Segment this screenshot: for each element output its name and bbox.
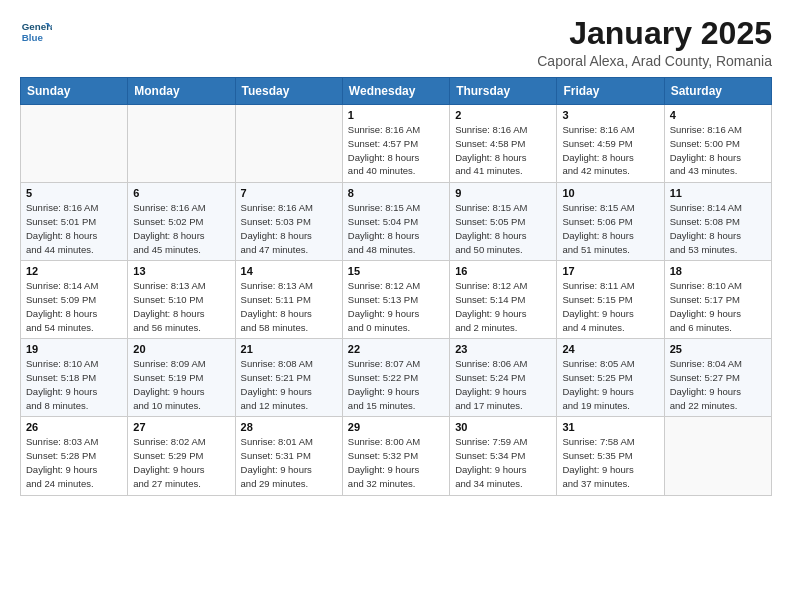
day-number: 13 — [133, 265, 229, 277]
calendar-cell: 29Sunrise: 8:00 AM Sunset: 5:32 PM Dayli… — [342, 417, 449, 495]
weekday-header-row: SundayMondayTuesdayWednesdayThursdayFrid… — [21, 78, 772, 105]
day-info: Sunrise: 8:10 AM Sunset: 5:18 PM Dayligh… — [26, 357, 122, 412]
day-number: 15 — [348, 265, 444, 277]
day-info: Sunrise: 8:07 AM Sunset: 5:22 PM Dayligh… — [348, 357, 444, 412]
day-number: 20 — [133, 343, 229, 355]
calendar-week-row: 1Sunrise: 8:16 AM Sunset: 4:57 PM Daylig… — [21, 105, 772, 183]
calendar-week-row: 5Sunrise: 8:16 AM Sunset: 5:01 PM Daylig… — [21, 183, 772, 261]
day-info: Sunrise: 8:11 AM Sunset: 5:15 PM Dayligh… — [562, 279, 658, 334]
calendar-cell: 25Sunrise: 8:04 AM Sunset: 5:27 PM Dayli… — [664, 339, 771, 417]
day-info: Sunrise: 8:14 AM Sunset: 5:08 PM Dayligh… — [670, 201, 766, 256]
weekday-header-wednesday: Wednesday — [342, 78, 449, 105]
day-info: Sunrise: 8:12 AM Sunset: 5:14 PM Dayligh… — [455, 279, 551, 334]
day-info: Sunrise: 8:15 AM Sunset: 5:05 PM Dayligh… — [455, 201, 551, 256]
day-number: 31 — [562, 421, 658, 433]
day-number: 2 — [455, 109, 551, 121]
location-subtitle: Caporal Alexa, Arad County, Romania — [537, 53, 772, 69]
day-number: 11 — [670, 187, 766, 199]
day-number: 29 — [348, 421, 444, 433]
calendar-cell: 8Sunrise: 8:15 AM Sunset: 5:04 PM Daylig… — [342, 183, 449, 261]
day-number: 12 — [26, 265, 122, 277]
svg-text:General: General — [22, 21, 52, 32]
day-info: Sunrise: 8:16 AM Sunset: 5:02 PM Dayligh… — [133, 201, 229, 256]
day-number: 27 — [133, 421, 229, 433]
day-info: Sunrise: 8:08 AM Sunset: 5:21 PM Dayligh… — [241, 357, 337, 412]
calendar-cell: 15Sunrise: 8:12 AM Sunset: 5:13 PM Dayli… — [342, 261, 449, 339]
day-number: 22 — [348, 343, 444, 355]
day-number: 7 — [241, 187, 337, 199]
day-info: Sunrise: 8:05 AM Sunset: 5:25 PM Dayligh… — [562, 357, 658, 412]
calendar-week-row: 12Sunrise: 8:14 AM Sunset: 5:09 PM Dayli… — [21, 261, 772, 339]
day-number: 23 — [455, 343, 551, 355]
calendar-cell: 4Sunrise: 8:16 AM Sunset: 5:00 PM Daylig… — [664, 105, 771, 183]
day-info: Sunrise: 8:16 AM Sunset: 4:57 PM Dayligh… — [348, 123, 444, 178]
calendar-cell: 5Sunrise: 8:16 AM Sunset: 5:01 PM Daylig… — [21, 183, 128, 261]
weekday-header-monday: Monday — [128, 78, 235, 105]
day-number: 1 — [348, 109, 444, 121]
day-info: Sunrise: 7:59 AM Sunset: 5:34 PM Dayligh… — [455, 435, 551, 490]
day-info: Sunrise: 8:12 AM Sunset: 5:13 PM Dayligh… — [348, 279, 444, 334]
day-info: Sunrise: 8:14 AM Sunset: 5:09 PM Dayligh… — [26, 279, 122, 334]
calendar-cell: 28Sunrise: 8:01 AM Sunset: 5:31 PM Dayli… — [235, 417, 342, 495]
calendar-cell — [664, 417, 771, 495]
day-info: Sunrise: 8:13 AM Sunset: 5:11 PM Dayligh… — [241, 279, 337, 334]
calendar-table: SundayMondayTuesdayWednesdayThursdayFrid… — [20, 77, 772, 495]
day-number: 5 — [26, 187, 122, 199]
calendar-cell: 7Sunrise: 8:16 AM Sunset: 5:03 PM Daylig… — [235, 183, 342, 261]
day-number: 9 — [455, 187, 551, 199]
calendar-cell: 23Sunrise: 8:06 AM Sunset: 5:24 PM Dayli… — [450, 339, 557, 417]
day-number: 17 — [562, 265, 658, 277]
day-info: Sunrise: 8:02 AM Sunset: 5:29 PM Dayligh… — [133, 435, 229, 490]
calendar-cell: 31Sunrise: 7:58 AM Sunset: 5:35 PM Dayli… — [557, 417, 664, 495]
calendar-cell — [128, 105, 235, 183]
title-block: January 2025 Caporal Alexa, Arad County,… — [537, 16, 772, 69]
day-number: 6 — [133, 187, 229, 199]
calendar-cell: 30Sunrise: 7:59 AM Sunset: 5:34 PM Dayli… — [450, 417, 557, 495]
day-info: Sunrise: 8:16 AM Sunset: 4:59 PM Dayligh… — [562, 123, 658, 178]
month-title: January 2025 — [537, 16, 772, 51]
day-number: 25 — [670, 343, 766, 355]
weekday-header-friday: Friday — [557, 78, 664, 105]
weekday-header-thursday: Thursday — [450, 78, 557, 105]
day-info: Sunrise: 8:09 AM Sunset: 5:19 PM Dayligh… — [133, 357, 229, 412]
calendar-cell: 11Sunrise: 8:14 AM Sunset: 5:08 PM Dayli… — [664, 183, 771, 261]
day-info: Sunrise: 8:03 AM Sunset: 5:28 PM Dayligh… — [26, 435, 122, 490]
day-number: 3 — [562, 109, 658, 121]
day-info: Sunrise: 8:16 AM Sunset: 4:58 PM Dayligh… — [455, 123, 551, 178]
calendar-cell: 10Sunrise: 8:15 AM Sunset: 5:06 PM Dayli… — [557, 183, 664, 261]
day-info: Sunrise: 8:06 AM Sunset: 5:24 PM Dayligh… — [455, 357, 551, 412]
calendar-cell: 6Sunrise: 8:16 AM Sunset: 5:02 PM Daylig… — [128, 183, 235, 261]
day-info: Sunrise: 8:15 AM Sunset: 5:06 PM Dayligh… — [562, 201, 658, 256]
calendar-cell — [235, 105, 342, 183]
calendar-cell: 17Sunrise: 8:11 AM Sunset: 5:15 PM Dayli… — [557, 261, 664, 339]
day-number: 24 — [562, 343, 658, 355]
page-header: General Blue January 2025 Caporal Alexa,… — [20, 16, 772, 69]
calendar-cell: 24Sunrise: 8:05 AM Sunset: 5:25 PM Dayli… — [557, 339, 664, 417]
calendar-cell: 3Sunrise: 8:16 AM Sunset: 4:59 PM Daylig… — [557, 105, 664, 183]
calendar-cell: 2Sunrise: 8:16 AM Sunset: 4:58 PM Daylig… — [450, 105, 557, 183]
day-info: Sunrise: 8:10 AM Sunset: 5:17 PM Dayligh… — [670, 279, 766, 334]
calendar-cell: 21Sunrise: 8:08 AM Sunset: 5:21 PM Dayli… — [235, 339, 342, 417]
calendar-cell: 12Sunrise: 8:14 AM Sunset: 5:09 PM Dayli… — [21, 261, 128, 339]
day-number: 10 — [562, 187, 658, 199]
weekday-header-sunday: Sunday — [21, 78, 128, 105]
day-info: Sunrise: 8:16 AM Sunset: 5:00 PM Dayligh… — [670, 123, 766, 178]
weekday-header-saturday: Saturday — [664, 78, 771, 105]
logo: General Blue — [20, 16, 52, 48]
svg-text:Blue: Blue — [22, 32, 44, 43]
day-info: Sunrise: 8:04 AM Sunset: 5:27 PM Dayligh… — [670, 357, 766, 412]
calendar-cell: 16Sunrise: 8:12 AM Sunset: 5:14 PM Dayli… — [450, 261, 557, 339]
calendar-cell: 20Sunrise: 8:09 AM Sunset: 5:19 PM Dayli… — [128, 339, 235, 417]
day-number: 8 — [348, 187, 444, 199]
calendar-cell — [21, 105, 128, 183]
day-info: Sunrise: 8:15 AM Sunset: 5:04 PM Dayligh… — [348, 201, 444, 256]
day-number: 4 — [670, 109, 766, 121]
day-number: 19 — [26, 343, 122, 355]
calendar-cell: 13Sunrise: 8:13 AM Sunset: 5:10 PM Dayli… — [128, 261, 235, 339]
day-number: 14 — [241, 265, 337, 277]
day-info: Sunrise: 8:16 AM Sunset: 5:01 PM Dayligh… — [26, 201, 122, 256]
calendar-cell: 9Sunrise: 8:15 AM Sunset: 5:05 PM Daylig… — [450, 183, 557, 261]
day-number: 30 — [455, 421, 551, 433]
day-number: 26 — [26, 421, 122, 433]
day-number: 18 — [670, 265, 766, 277]
